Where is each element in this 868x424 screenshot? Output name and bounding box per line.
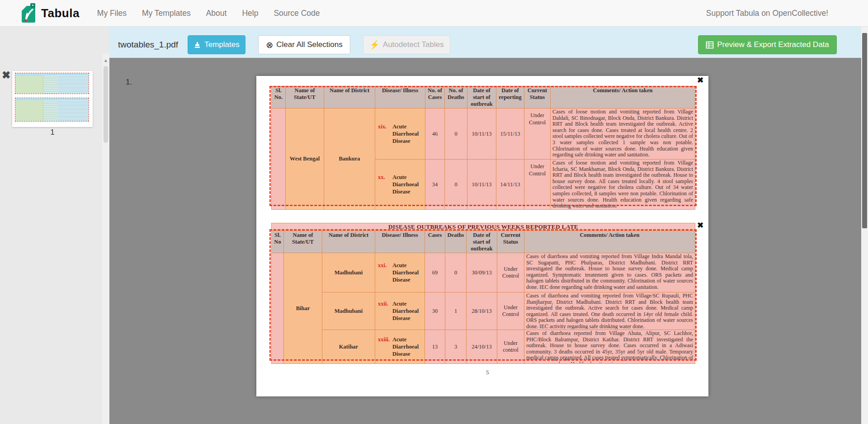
templates-icon xyxy=(193,41,201,49)
table-selection-2[interactable] xyxy=(269,229,697,361)
close-icon[interactable]: ✖ xyxy=(697,221,703,229)
thumbnail-sidebar: ✖ 1 ▲ ▼ xyxy=(0,27,109,424)
tabula-app: Tabula My Files My Templates About Help … xyxy=(0,0,868,424)
top-navbar: Tabula My Files My Templates About Help … xyxy=(0,0,868,27)
main-scrollbar[interactable] xyxy=(861,27,868,424)
pdf-filename: twotables_1.pdf xyxy=(118,40,178,50)
clear-all-selections-button[interactable]: ⊗ Clear All Selections xyxy=(258,35,350,54)
document-canvas: 1. Sl. No. Name of State/UT Name of Dist… xyxy=(109,58,861,424)
templates-button[interactable]: Templates xyxy=(188,35,245,54)
brand-title: Tabula xyxy=(41,6,80,20)
close-icon[interactable]: ✖ xyxy=(697,76,703,84)
mini-table-body xyxy=(15,100,89,121)
tabula-logo-icon xyxy=(21,3,37,24)
sidebar-scroll-thumb[interactable] xyxy=(104,66,108,143)
brand[interactable]: Tabula xyxy=(21,3,80,24)
thumbnail-page-number: 1 xyxy=(12,128,93,137)
nav-about[interactable]: About xyxy=(198,9,235,18)
clear-label: Clear All Selections xyxy=(276,40,342,49)
lightning-icon: ⚡ xyxy=(369,40,379,50)
clear-circle-x-icon: ⊗ xyxy=(266,40,273,50)
spreadsheet-icon xyxy=(706,41,714,49)
pdf-page[interactable]: Sl. No. Name of State/UT Name of Distric… xyxy=(256,76,708,396)
nav-source-code[interactable]: Source Code xyxy=(266,9,327,18)
nav-support-link[interactable]: Support Tabula on OpenCollective! xyxy=(706,9,828,18)
nav-my-files[interactable]: My Files xyxy=(90,9,134,18)
autodetect-tables-button[interactable]: ⚡ Autodetect Tables xyxy=(363,35,450,54)
preview-export-button[interactable]: Preview & Export Extracted Data xyxy=(698,35,837,54)
nav-help[interactable]: Help xyxy=(234,9,266,18)
export-label: Preview & Export Extracted Data xyxy=(717,40,829,49)
table-selection-1[interactable] xyxy=(269,86,697,206)
templates-label: Templates xyxy=(204,40,239,49)
scroll-up-icon[interactable]: ▲ xyxy=(102,58,109,63)
page-thumbnail[interactable] xyxy=(12,71,93,127)
main-scroll-thumb[interactable] xyxy=(862,33,867,228)
thumbnail-selection-1 xyxy=(15,73,89,94)
pdf-page-number: 5 xyxy=(486,369,489,376)
nav-my-templates[interactable]: My Templates xyxy=(134,9,198,18)
toolbar: twotables_1.pdf Templates ⊗ Clear All Se… xyxy=(109,27,861,58)
mini-table-header xyxy=(15,98,89,100)
mini-table-body xyxy=(15,75,89,94)
page-list-marker: 1. xyxy=(126,78,132,87)
sidebar-scrollbar[interactable]: ▲ ▼ xyxy=(102,53,109,424)
thumbnail-selection-2 xyxy=(15,98,89,122)
nav-links: My Files My Templates About Help Source … xyxy=(90,9,328,18)
autodetect-label: Autodetect Tables xyxy=(383,40,444,49)
remove-file-icon[interactable]: ✖ xyxy=(2,69,10,81)
mini-table-header xyxy=(15,73,89,75)
